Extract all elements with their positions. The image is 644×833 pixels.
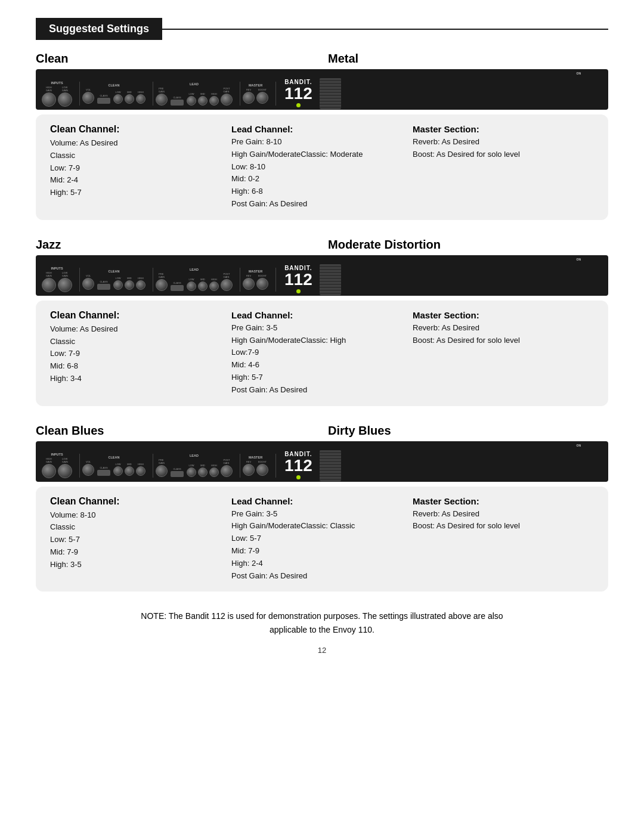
section-cleanblues-dirtyblues: Clean Blues Dirty Blues INPUTS HIGHGAIN …	[36, 424, 608, 592]
list-item: Post Gain: As Desired	[231, 198, 407, 210]
master-header-2: Master Section:	[413, 310, 588, 320]
settings-grid-3: Clean Channel: Volume: 8-10 Classic Low:…	[50, 496, 594, 583]
note-line2: applicable to the Envoy 110.	[36, 623, 608, 636]
clean-header-1: Clean Channel:	[50, 124, 225, 135]
lead-list-3: Pre Gain: 3-5 High Gain/ModerateClassic:…	[231, 508, 407, 583]
list-item: High Gain/ModerateClassic: Classic	[231, 520, 407, 532]
list-item: Post Gain: As Desired	[231, 570, 407, 583]
settings-card-1: Clean Channel: Volume: As Desired Classi…	[36, 114, 608, 220]
clean-header-3: Clean Channel:	[50, 496, 225, 507]
list-item: Boost: As Desired for solo level	[413, 148, 588, 161]
section-titles-3: Clean Blues Dirty Blues	[36, 424, 608, 438]
page-number: 12	[36, 646, 608, 655]
list-item: Classic	[50, 521, 225, 534]
master-header-3: Master Section:	[413, 496, 588, 506]
clean-header-2: Clean Channel:	[50, 310, 225, 321]
lead-col-2: Lead Channel: Pre Gain: 3-5 High Gain/Mo…	[231, 310, 413, 397]
list-item: High: 3-5	[50, 559, 225, 571]
list-item: Mid: 6-8	[50, 360, 225, 373]
list-item: High Gain/ModerateClassic: Moderate	[231, 148, 407, 161]
clean-col-2: Clean Channel: Volume: As Desired Classi…	[50, 310, 231, 397]
page-header: Suggested Settings	[36, 18, 608, 40]
header-line	[162, 29, 608, 30]
list-item: Classic	[50, 150, 225, 162]
page-title: Suggested Settings	[36, 18, 162, 40]
section-left-title-2: Jazz	[36, 238, 316, 252]
section-left-title-3: Clean Blues	[36, 424, 316, 438]
lead-list-2: Pre Gain: 3-5 High Gain/ModerateClassic:…	[231, 322, 407, 397]
master-list-2: Reverb: As Desired Boost: As Desired for…	[413, 322, 588, 347]
list-item: High: 5-7	[231, 371, 407, 384]
footer-note: NOTE: The Bandit 112 is used for demonst…	[36, 609, 608, 636]
list-item: Low:7-9	[231, 346, 407, 359]
master-list-1: Reverb: As Desired Boost: As Desired for…	[413, 136, 588, 161]
clean-list-1: Volume: As Desired Classic Low: 7-9 Mid:…	[50, 137, 225, 199]
amp-model-1: 112	[284, 85, 312, 102]
section-left-title-1: Clean	[36, 52, 316, 66]
list-item: Reverb: As Desired	[413, 136, 588, 148]
list-item: Low: 8-10	[231, 161, 407, 174]
lead-col-3: Lead Channel: Pre Gain: 3-5 High Gain/Mo…	[231, 496, 413, 583]
list-item: Low: 7-9	[50, 162, 225, 175]
list-item: Mid: 7-9	[50, 546, 225, 559]
list-item: Pre Gain: 3-5	[231, 508, 407, 521]
lead-col-1: Lead Channel: Pre Gain: 8-10 High Gain/M…	[231, 124, 413, 210]
section-right-title-3: Dirty Blues	[316, 424, 608, 438]
lead-list-1: Pre Gain: 8-10 High Gain/ModerateClassic…	[231, 136, 407, 210]
list-item: High Gain/ModerateClassic: High	[231, 335, 407, 347]
list-item: Reverb: As Desired	[413, 508, 588, 521]
list-item: Classic	[50, 336, 225, 348]
amp-model-3: 112	[284, 457, 312, 474]
list-item: Mid: 4-6	[231, 359, 407, 371]
list-item: High: 6-8	[231, 185, 407, 198]
section-right-title-1: Metal	[316, 52, 608, 66]
list-item: Low: 7-9	[50, 348, 225, 360]
section-titles-1: Clean Metal	[36, 52, 608, 66]
list-item: Boost: As Desired for solo level	[413, 335, 588, 347]
clean-col-1: Clean Channel: Volume: As Desired Classi…	[50, 124, 231, 210]
settings-grid-2: Clean Channel: Volume: As Desired Classi…	[50, 310, 594, 397]
section-titles-2: Jazz Moderate Distortion	[36, 238, 608, 252]
settings-card-3: Clean Channel: Volume: 8-10 Classic Low:…	[36, 487, 608, 592]
list-item: High: 3-4	[50, 373, 225, 385]
settings-grid-1: Clean Channel: Volume: As Desired Classi…	[50, 124, 594, 210]
list-item: Post Gain: As Desired	[231, 384, 407, 397]
note-line1: NOTE: The Bandit 112 is used for demonst…	[36, 609, 608, 623]
clean-list-2: Volume: As Desired Classic Low: 7-9 Mid:…	[50, 323, 225, 385]
amp-bar-1: INPUTS HIGHGAIN LOWGAIN CLEAN	[36, 69, 608, 110]
amp-model-2: 112	[284, 271, 312, 288]
master-header-1: Master Section:	[413, 124, 588, 134]
list-item: Boost: As Desired for solo level	[413, 520, 588, 532]
lead-header-3: Lead Channel:	[231, 496, 407, 506]
clean-list-3: Volume: 8-10 Classic Low: 5-7 Mid: 7-9 H…	[50, 509, 225, 571]
list-item: Reverb: As Desired	[413, 322, 588, 335]
section-jazz-moderate: Jazz Moderate Distortion INPUTS HIGHGAIN…	[36, 238, 608, 406]
list-item: Volume: 8-10	[50, 509, 225, 522]
list-item: High: 2-4	[231, 558, 407, 570]
list-item: Mid: 7-9	[231, 545, 407, 558]
master-col-1: Master Section: Reverb: As Desired Boost…	[413, 124, 594, 210]
list-item: Low: 5-7	[50, 534, 225, 546]
master-col-3: Master Section: Reverb: As Desired Boost…	[413, 496, 594, 583]
clean-col-3: Clean Channel: Volume: 8-10 Classic Low:…	[50, 496, 231, 583]
list-item: Mid: 0-2	[231, 173, 407, 185]
list-item: Low: 5-7	[231, 532, 407, 545]
master-list-3: Reverb: As Desired Boost: As Desired for…	[413, 508, 588, 533]
lead-header-1: Lead Channel:	[231, 124, 407, 134]
settings-card-2: Clean Channel: Volume: As Desired Classi…	[36, 301, 608, 406]
list-item: Pre Gain: 8-10	[231, 136, 407, 148]
list-item: Volume: As Desired	[50, 323, 225, 336]
lead-header-2: Lead Channel:	[231, 310, 407, 320]
list-item: Pre Gain: 3-5	[231, 322, 407, 335]
list-item: High: 5-7	[50, 187, 225, 199]
list-item: Volume: As Desired	[50, 137, 225, 150]
section-clean-metal: Clean Metal INPUTS HIGHGAIN LOWGAIN	[36, 52, 608, 220]
amp-bar-3: INPUTS HIGHGAIN LOWGAIN CLEAN	[36, 441, 608, 482]
master-col-2: Master Section: Reverb: As Desired Boost…	[413, 310, 594, 397]
section-right-title-2: Moderate Distortion	[316, 238, 608, 252]
list-item: Mid: 2-4	[50, 174, 225, 187]
amp-bar-2: INPUTS HIGHGAIN LOWGAIN CLEAN	[36, 255, 608, 296]
